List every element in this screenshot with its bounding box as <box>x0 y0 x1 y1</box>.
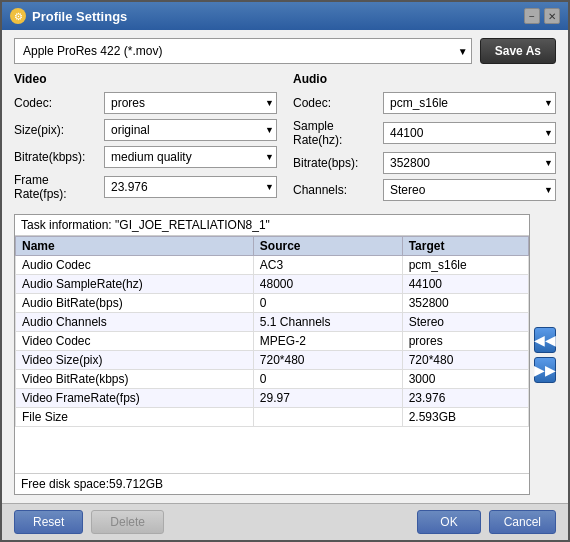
audio-section-title: Audio <box>293 72 556 86</box>
table-cell: 5.1 Channels <box>253 313 402 332</box>
table-row: File Size2.593GB <box>16 408 529 427</box>
close-button[interactable]: ✕ <box>544 8 560 24</box>
video-bitrate-wrapper: medium quality ▼ <box>104 146 277 168</box>
table-cell: AC3 <box>253 256 402 275</box>
table-cell: 29.97 <box>253 389 402 408</box>
profile-select[interactable]: Apple ProRes 422 (*.mov) <box>14 38 472 64</box>
video-framerate-select[interactable]: 23.976 <box>104 176 277 198</box>
minimize-button[interactable]: − <box>524 8 540 24</box>
ok-button[interactable]: OK <box>417 510 480 534</box>
task-area-outer: Task information: "GI_JOE_RETALIATION8_1… <box>14 214 556 495</box>
video-section: Video Codec: prores ▼ Size(pix): origina… <box>14 72 277 206</box>
video-size-select[interactable]: original <box>104 119 277 141</box>
audio-bitrate-row: Bitrate(bps): 352800 ▼ <box>293 152 556 174</box>
profile-settings-window: ⚙ Profile Settings − ✕ Apple ProRes 422 … <box>0 0 570 542</box>
table-cell: Video Codec <box>16 332 254 351</box>
table-row: Video CodecMPEG-2prores <box>16 332 529 351</box>
table-row: Video BitRate(kbps)03000 <box>16 370 529 389</box>
save-as-button[interactable]: Save As <box>480 38 556 64</box>
audio-channels-row: Channels: Stereo ▼ <box>293 179 556 201</box>
profile-select-wrapper: Apple ProRes 422 (*.mov) ▼ <box>14 38 472 64</box>
audio-bitrate-label: Bitrate(bps): <box>293 156 383 170</box>
disk-space: Free disk space:59.712GB <box>15 473 529 494</box>
table-cell: 23.976 <box>402 389 528 408</box>
video-bitrate-label: Bitrate(kbps): <box>14 150 104 164</box>
table-cell: 44100 <box>402 275 528 294</box>
audio-samplerate-row: Sample Rate(hz): 44100 ▼ <box>293 119 556 147</box>
video-codec-select[interactable]: prores <box>104 92 277 114</box>
video-framerate-row: Frame Rate(fps): 23.976 ▼ <box>14 173 277 201</box>
table-cell: 0 <box>253 294 402 313</box>
nav-back-button[interactable]: ◀◀ <box>534 327 556 353</box>
video-section-title: Video <box>14 72 277 86</box>
table-cell: 0 <box>253 370 402 389</box>
audio-channels-wrapper: Stereo ▼ <box>383 179 556 201</box>
table-cell: MPEG-2 <box>253 332 402 351</box>
window-title: Profile Settings <box>32 9 127 24</box>
main-content: Apple ProRes 422 (*.mov) ▼ Save As Video… <box>2 30 568 503</box>
delete-button[interactable]: Delete <box>91 510 164 534</box>
audio-channels-select[interactable]: Stereo <box>383 179 556 201</box>
col-target: Target <box>402 237 528 256</box>
video-codec-row: Codec: prores ▼ <box>14 92 277 114</box>
table-cell: 720*480 <box>402 351 528 370</box>
table-cell: Audio Codec <box>16 256 254 275</box>
bottom-left-buttons: Reset Delete <box>14 510 164 534</box>
reset-button[interactable]: Reset <box>14 510 83 534</box>
table-row: Video FrameRate(fps)29.9723.976 <box>16 389 529 408</box>
table-cell: File Size <box>16 408 254 427</box>
audio-bitrate-wrapper: 352800 ▼ <box>383 152 556 174</box>
video-codec-wrapper: prores ▼ <box>104 92 277 114</box>
audio-codec-row: Codec: pcm_s16le ▼ <box>293 92 556 114</box>
task-info-area: Task information: "GI_JOE_RETALIATION8_1… <box>14 214 530 495</box>
video-size-wrapper: original ▼ <box>104 119 277 141</box>
table-cell: Stereo <box>402 313 528 332</box>
task-table: Name Source Target Audio CodecAC3pcm_s16… <box>15 236 529 427</box>
video-size-label: Size(pix): <box>14 123 104 137</box>
bottom-bar: Reset Delete OK Cancel <box>2 503 568 540</box>
table-cell: pcm_s16le <box>402 256 528 275</box>
video-bitrate-select[interactable]: medium quality <box>104 146 277 168</box>
col-source: Source <box>253 237 402 256</box>
title-controls: − ✕ <box>524 8 560 24</box>
audio-codec-select[interactable]: pcm_s16le <box>383 92 556 114</box>
table-row: Audio SampleRate(hz)4800044100 <box>16 275 529 294</box>
audio-bitrate-select[interactable]: 352800 <box>383 152 556 174</box>
table-row: Video Size(pix)720*480720*480 <box>16 351 529 370</box>
app-icon: ⚙ <box>10 8 26 24</box>
table-cell: Video FrameRate(fps) <box>16 389 254 408</box>
table-cell: 352800 <box>402 294 528 313</box>
col-name: Name <box>16 237 254 256</box>
audio-channels-label: Channels: <box>293 183 383 197</box>
video-framerate-label: Frame Rate(fps): <box>14 173 104 201</box>
audio-codec-wrapper: pcm_s16le ▼ <box>383 92 556 114</box>
audio-codec-label: Codec: <box>293 96 383 110</box>
table-cell: prores <box>402 332 528 351</box>
video-size-row: Size(pix): original ▼ <box>14 119 277 141</box>
table-cell: 720*480 <box>253 351 402 370</box>
profile-row: Apple ProRes 422 (*.mov) ▼ Save As <box>14 38 556 64</box>
audio-samplerate-select[interactable]: 44100 <box>383 122 556 144</box>
table-cell: 48000 <box>253 275 402 294</box>
nav-forward-button[interactable]: ▶▶ <box>534 357 556 383</box>
table-cell: Video Size(pix) <box>16 351 254 370</box>
audio-samplerate-label: Sample Rate(hz): <box>293 119 383 147</box>
table-cell: Audio Channels <box>16 313 254 332</box>
table-row: Audio BitRate(bps)0352800 <box>16 294 529 313</box>
table-cell: Audio BitRate(bps) <box>16 294 254 313</box>
title-bar: ⚙ Profile Settings − ✕ <box>2 2 568 30</box>
video-bitrate-row: Bitrate(kbps): medium quality ▼ <box>14 146 277 168</box>
task-info-header: Task information: "GI_JOE_RETALIATION8_1… <box>15 215 529 236</box>
table-cell: 2.593GB <box>402 408 528 427</box>
video-framerate-wrapper: 23.976 ▼ <box>104 176 277 198</box>
bottom-right-buttons: OK Cancel <box>417 510 556 534</box>
table-cell <box>253 408 402 427</box>
video-codec-label: Codec: <box>14 96 104 110</box>
table-cell: Video BitRate(kbps) <box>16 370 254 389</box>
audio-samplerate-wrapper: 44100 ▼ <box>383 122 556 144</box>
task-table-scroll[interactable]: Name Source Target Audio CodecAC3pcm_s16… <box>15 236 529 473</box>
table-row: Audio CodecAC3pcm_s16le <box>16 256 529 275</box>
title-bar-left: ⚙ Profile Settings <box>10 8 127 24</box>
cancel-button[interactable]: Cancel <box>489 510 556 534</box>
table-row: Audio Channels5.1 ChannelsStereo <box>16 313 529 332</box>
